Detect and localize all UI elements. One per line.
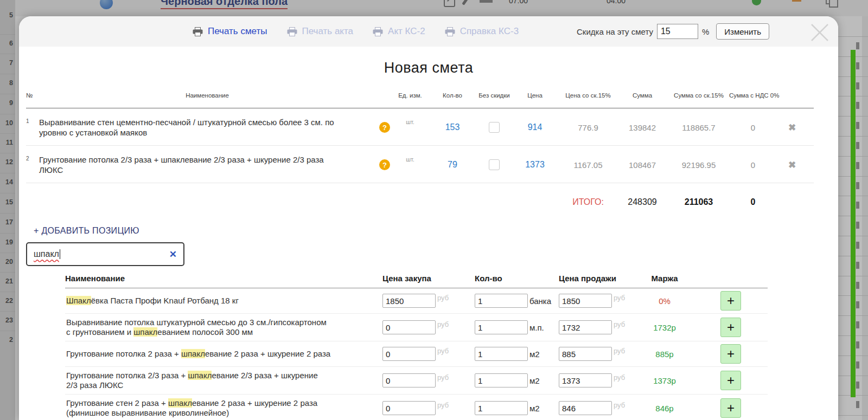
catalog-results-table: Наименование Цена закупа Кол-во Цена про… — [65, 274, 768, 420]
price-value[interactable]: 914 — [510, 122, 560, 132]
delete-row-icon[interactable]: ✖ — [777, 122, 807, 133]
percent-sign: % — [702, 27, 709, 36]
header-sum-discounted: Сумма со ск.15% — [668, 92, 729, 99]
totals-row: ИТОГО: 248309 211063 0 — [26, 183, 814, 211]
print-estimate-button[interactable]: Печать сметы — [193, 26, 267, 37]
unit-label: м2 — [529, 376, 540, 385]
act-ks2-label: Акт КС-2 — [388, 26, 425, 37]
search-match-highlight: шпакл — [133, 327, 157, 337]
currency-label: руб — [437, 347, 449, 355]
qty-input[interactable] — [475, 373, 528, 387]
currency-label: руб — [437, 294, 449, 302]
estimate-row: 2 Грунтование потолка 2/3 раза + шпаклев… — [26, 146, 814, 183]
qty-input[interactable] — [475, 401, 528, 415]
sum-value: 108467 — [616, 160, 668, 170]
total-sum-discounted: 211063 — [668, 197, 729, 207]
margin-value: 1732р — [640, 323, 689, 332]
add-to-estimate-button[interactable]: + — [720, 344, 741, 364]
search-match-highlight: Шпакл — [66, 296, 91, 305]
discount-controls: Скидка на эту смету % Изменить — [577, 16, 769, 47]
catalog-item-name: Выравнивание потолка штукатурной смесью … — [65, 316, 382, 338]
qty-input[interactable] — [475, 294, 528, 308]
catalog-item-name: Грунтование потолка 2/3 раза + шпаклеван… — [65, 370, 382, 391]
catalog-row: Выравнивание потолка штукатурной смесью … — [65, 314, 768, 341]
catalog-header-qty: Кол-во — [475, 274, 559, 283]
search-query-text: шпакл — [34, 249, 59, 259]
catalog-header-sale: Цена продажи — [559, 274, 640, 283]
add-position-button[interactable]: + ДОБАВИТЬ ПОЗИЦИЮ — [34, 226, 139, 236]
unit-label: шт. — [394, 117, 426, 125]
catalog-header-name: Наименование — [65, 274, 382, 283]
price-discounted-value: 1167.05 — [560, 160, 616, 170]
catalog-item-name: Грунтование потолка 2 раза + шпаклевание… — [65, 348, 382, 360]
page-title: Новая смета — [19, 60, 838, 76]
margin-value: 0% — [640, 296, 689, 306]
printer-icon — [445, 27, 455, 36]
header-name: Наименование — [39, 92, 375, 99]
qty-value[interactable]: 153 — [426, 122, 478, 132]
estimate-modal: Печать сметы Печать акта Акт КС-2 — [19, 16, 838, 420]
sale-price-input[interactable] — [559, 347, 612, 361]
qty-input[interactable] — [475, 347, 528, 361]
position-name: Выравнивание стен цементно-песчаной / шт… — [39, 117, 375, 138]
no-discount-checkbox[interactable] — [489, 159, 500, 170]
purchase-price-input[interactable] — [382, 401, 436, 415]
qty-value[interactable]: 79 — [426, 160, 478, 170]
qty-input[interactable] — [475, 320, 528, 334]
unit-label: м2 — [529, 350, 540, 359]
close-icon[interactable] — [808, 21, 832, 44]
catalog-item-name: Грунтование стен 2 раза + шпаклевание 2 … — [65, 397, 382, 419]
purchase-price-input[interactable] — [382, 373, 436, 387]
catalog-row: Грунтование потолка 2/3 раза + шпаклеван… — [65, 367, 768, 395]
sale-price-input[interactable] — [559, 373, 612, 387]
price-value[interactable]: 1373 — [510, 160, 560, 170]
catalog-item-name: Шпаклёвка Паста Профи Knauf Ротбанд 18 к… — [65, 295, 382, 307]
currency-label: руб — [614, 401, 625, 409]
sale-price-input[interactable] — [559, 401, 612, 415]
currency-label: руб — [437, 401, 449, 409]
add-to-estimate-button[interactable]: + — [720, 371, 741, 390]
catalog-header-margin: Маржа — [640, 274, 689, 283]
header-sum-vat: Сумма с НДС 0% — [729, 92, 777, 99]
purchase-price-input[interactable] — [382, 294, 436, 308]
search-match-highlight: шпакл — [181, 349, 205, 358]
sum-vat-value: 0 — [729, 123, 777, 132]
unit-label: м.п. — [529, 323, 544, 332]
position-search-input[interactable]: шпакл ✕ — [26, 242, 184, 266]
position-name: Грунтование потолка 2/3 раза + шпаклеван… — [39, 154, 375, 175]
help-icon[interactable]: ? — [379, 122, 390, 133]
print-act-button[interactable]: Печать акта — [287, 26, 354, 37]
catalog-row: Грунтование стен 2 раза + шпаклевание 2 … — [65, 395, 768, 420]
currency-label: руб — [614, 294, 625, 302]
no-discount-checkbox[interactable] — [489, 122, 500, 133]
sale-price-input[interactable] — [559, 320, 612, 334]
spravka-ks3-button[interactable]: Справка КС-3 — [445, 26, 519, 37]
green-scroll-indicator[interactable] — [851, 50, 856, 397]
printer-icon — [373, 27, 383, 36]
catalog-row: Шпаклёвка Паста Профи Knauf Ротбанд 18 к… — [65, 288, 768, 314]
purchase-price-input[interactable] — [382, 320, 436, 334]
header-price-discounted: Цена со ск.15% — [560, 92, 616, 99]
estimate-table-header: № Наименование Ед. изм. Кол-во Без скидк… — [26, 87, 814, 108]
help-icon[interactable]: ? — [379, 159, 390, 170]
purchase-price-input[interactable] — [382, 347, 436, 361]
add-to-estimate-button[interactable]: + — [720, 398, 741, 418]
estimate-row: 1 Выравнивание стен цементно-песчаной / … — [26, 108, 814, 146]
search-match-highlight: шпакл — [168, 398, 192, 408]
margin-value: 846р — [640, 404, 689, 413]
add-to-estimate-button[interactable]: + — [720, 291, 741, 311]
sale-price-input[interactable] — [559, 294, 612, 308]
row-number: 2 — [26, 154, 39, 161]
currency-label: руб — [614, 373, 625, 382]
printer-icon — [193, 27, 203, 36]
sum-vat-value: 0 — [729, 160, 777, 170]
discount-input[interactable] — [657, 24, 698, 39]
clear-search-icon[interactable]: ✕ — [169, 249, 177, 260]
change-discount-button[interactable]: Изменить — [716, 23, 769, 40]
add-to-estimate-button[interactable]: + — [720, 318, 741, 337]
delete-row-icon[interactable]: ✖ — [777, 159, 807, 171]
total-sum-vat: 0 — [729, 197, 777, 207]
act-ks2-button[interactable]: Акт КС-2 — [373, 26, 425, 37]
currency-label: руб — [437, 320, 449, 328]
print-act-label: Печать акта — [302, 26, 354, 37]
